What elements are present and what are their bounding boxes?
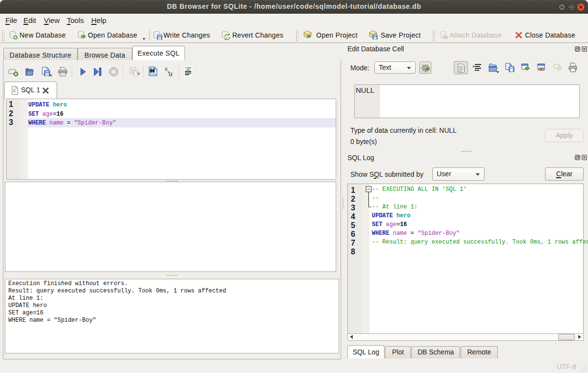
svg-text:a: a xyxy=(169,70,173,77)
